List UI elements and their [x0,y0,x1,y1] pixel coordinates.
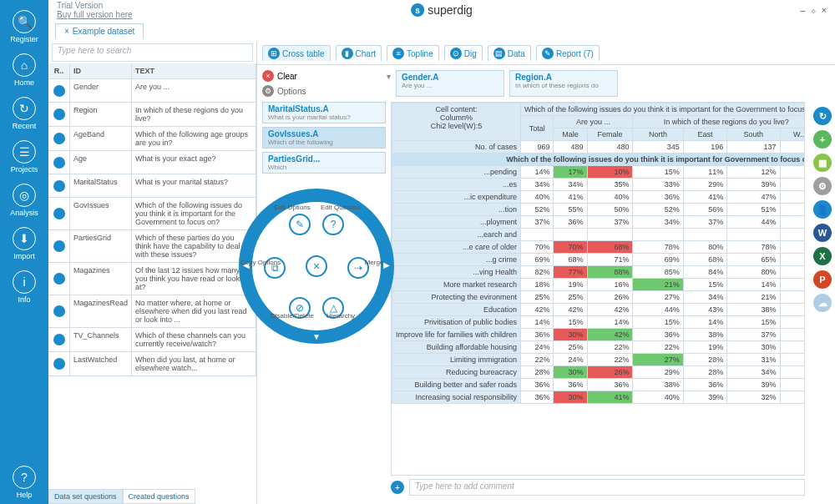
window-maximize-button[interactable]: ⬦ [811,5,817,15]
variable-row[interactable]: MagazinesReadNo matter where, at home or… [48,295,256,328]
variable-text: Which of the following age groups are yo… [132,127,256,150]
variable-type-icon [53,180,65,192]
column-drop-region[interactable]: Region.A In which of these regions do [509,70,618,97]
row-label: ...ving Health [392,266,521,279]
left-nav-rail: 🔍Register ⌂Home ↻Recent ☰Projects ◎Analy… [0,0,48,504]
variable-text: Which of the following issues do you thi… [132,198,256,229]
row-drop-govissues[interactable]: GovIssues.AWhich of the following [262,127,386,149]
table-row: ...pending14%17%10%15%11%12% [392,166,806,179]
variable-text: What is your exact age? [132,151,256,174]
rail-home[interactable]: ⌂Home [4,53,44,87]
variable-text: When did you last, at home or elsewhere … [132,352,256,375]
variable-row[interactable]: RegionIn which of these regions do you l… [48,103,256,127]
variable-row[interactable]: AgeWhat is your exact age? [48,151,256,174]
radial-label: Merge [349,259,399,266]
radial-label: Hierarchy [316,312,366,320]
top-bar: Trial Version Buy full version here s su… [48,0,835,20]
variable-row[interactable]: GenderAre you ... [48,79,256,103]
variable-text: In which of these regions do you live? [132,103,256,126]
rail-projects[interactable]: ☰Projects [4,140,44,174]
tool-button-2[interactable]: ▦ [813,154,832,172]
radial-item-edit-options[interactable]: ✎ [289,214,311,235]
tool-button-6[interactable]: X [813,247,832,265]
variable-text: No matter where, at home or elsewhere wh… [132,295,256,327]
tab-dig[interactable]: ⊙Dig [444,45,483,61]
tool-button-8[interactable]: ☁ [813,294,832,312]
table-row: ...ving Health82%77%88%85%84%80% [392,266,806,279]
table-row: ...ployment37%36%37%34%37%44% [392,216,806,229]
variable-row[interactable]: AgeBandWhich of the following age groups… [48,127,256,151]
radial-context-menu: × ◀ ▶ ▼ ✎Edit Options?Edit Question⧉Copy… [239,189,394,344]
row-label: ...ployment [392,216,521,229]
variable-row[interactable]: MaritalStatusWhat is your marital status… [48,174,256,198]
variable-type-icon [53,240,65,252]
right-tool-rail: ↻+▦⚙👤WXP☁ [810,102,835,504]
tab-topline[interactable]: ≡Topline [387,45,439,61]
tab-data[interactable]: ▤Data [488,45,531,61]
tool-button-1[interactable]: + [813,130,832,149]
footer-tab-dataset-questions[interactable]: Data set questions [48,489,123,504]
tab-label: Cross table [282,49,325,58]
rail-import[interactable]: ⬇Import [4,227,44,260]
variable-row[interactable]: LastWatchedWhen did you last, at home or… [48,352,256,376]
tool-button-3[interactable]: ⚙ [813,177,832,195]
tool-button-7[interactable]: P [813,270,832,289]
variable-row[interactable]: MagazinesOf the last 12 issues how many … [48,263,256,295]
info-icon: i [13,270,36,294]
trial-label: Trial Version [57,1,133,10]
variable-type-icon [53,358,65,370]
add-comment-icon[interactable]: + [391,481,404,494]
dataset-tab-label: Example dataset [73,27,135,36]
dataset-tab[interactable]: × Example dataset [55,23,144,39]
var-head-type: R.. [48,63,70,78]
var-head-text: TEXT [132,63,256,78]
row-label: ...earch and [392,229,521,241]
table-row: Education42%42%42%44%43%38% [392,304,806,316]
brand-text: superdig [428,3,473,17]
banner-title: Which of the following issues do you thi… [521,103,805,116]
comment-input[interactable]: Type here to add comment [409,479,805,496]
variable-text: Which of these channels can you currentl… [132,328,256,351]
rail-register[interactable]: 🔍Register [4,10,44,43]
close-icon[interactable]: × [64,27,69,36]
tab-cross-table[interactable]: ⊞Cross table [262,45,331,61]
clear-button[interactable]: × Clear ▾ [262,70,391,82]
radial-close-button[interactable]: × [306,255,327,277]
radial-arrow-down-icon[interactable]: ▼ [312,332,321,341]
rail-help[interactable]: ?Help [4,466,44,499]
variable-text: What is your marital status? [132,174,256,197]
tool-button-4[interactable]: 👤 [813,200,832,219]
corner-cell: Cell content:Column%Chi2 level(W):5 [392,103,521,141]
row-label: More market research [392,279,521,291]
row-drop-partiesgrid[interactable]: PartiesGrid...Which [262,152,386,174]
rail-info[interactable]: iInfo [4,270,44,304]
row-label: Building better and safer roads [392,379,521,391]
variable-row[interactable]: PartiesGridWhich of these parties do you… [48,230,256,263]
tool-button-0[interactable]: ↻ [813,107,832,125]
window-minimize-button[interactable]: – [800,5,805,15]
table-row: Limiting immigration22%24%22%27%28%31% [392,354,806,366]
row-label: ...es [392,179,521,191]
tab-icon: ⊞ [268,48,280,59]
table-row: Improve life for families with children3… [392,329,806,341]
window-close-button[interactable]: × [822,5,827,15]
radial-item-edit-question[interactable]: ? [322,214,344,235]
rail-analysis[interactable]: ◎Analysis [4,184,44,217]
variable-id: PartiesGrid [70,230,132,262]
row-label: Limiting immigration [392,354,521,366]
variable-row[interactable]: GovIssuesWhich of the following issues d… [48,198,256,230]
buy-link[interactable]: Buy full version here [57,10,133,19]
rail-recent[interactable]: ↻Recent [4,97,44,130]
variable-type-icon [53,208,65,219]
options-button[interactable]: ⚙ Options [262,85,391,97]
table-row: Building better and safer roads36%36%36%… [392,379,806,391]
footer-tab-created-questions[interactable]: Created questions [123,489,195,504]
variable-search-input[interactable]: Type here to search [52,43,253,62]
variable-id: LastWatched [70,352,132,375]
variable-row[interactable]: TV_ChannelsWhich of these channels can y… [48,328,256,352]
row-drop-maritalstatus[interactable]: MaritalStatus.AWhat is your marital stat… [262,102,386,123]
tab-report-[interactable]: ✎Report (7) [536,45,600,61]
column-drop-gender[interactable]: Gender.A Are you ... [396,70,504,97]
tool-button-5[interactable]: W [813,224,832,242]
tab-chart[interactable]: ▮Chart [336,45,382,61]
